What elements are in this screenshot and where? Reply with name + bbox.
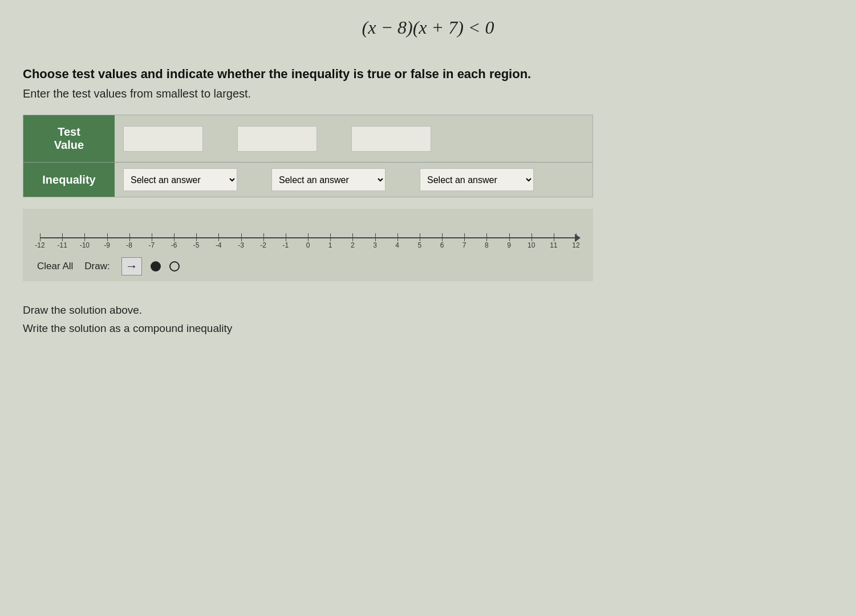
tick-label-5: 5 (417, 241, 421, 249)
draw-icons: → (121, 257, 180, 275)
equation-text: (x − 8)(x + 7) < 0 (362, 17, 494, 38)
draw-label: Draw: (84, 261, 109, 272)
inequality-select-3[interactable]: Select an answer True False (420, 168, 534, 191)
tick--8 (129, 233, 130, 241)
tick--7 (152, 233, 152, 241)
bottom-instructions: Draw the solution above. Write the solut… (23, 304, 232, 341)
tick-6 (442, 233, 443, 241)
tick-label-6: 6 (440, 241, 444, 249)
tick-label-0: 0 (306, 241, 310, 249)
tick-5 (420, 233, 420, 241)
tick-label-12: 12 (572, 241, 579, 249)
tick-label--4: -4 (216, 241, 222, 249)
tick-label-2: 2 (351, 241, 355, 249)
tick-4 (397, 233, 398, 241)
tick-label-1: 1 (328, 241, 332, 249)
tick--11 (62, 233, 63, 241)
test-value-label: TestValue (23, 115, 115, 162)
inequality-label: Inequality (23, 163, 115, 197)
open-circle-icon[interactable] (169, 261, 180, 271)
tick-label--3: -3 (238, 241, 244, 249)
inequality-row: Inequality Select an answer True False S… (23, 163, 593, 197)
answer-table: TestValue Inequality Select an answer Tr… (23, 115, 593, 197)
tick-9 (509, 233, 510, 241)
tick--4 (218, 233, 219, 241)
draw-solution-text: Draw the solution above. (23, 304, 232, 317)
tick-label-9: 9 (507, 241, 511, 249)
tick-container: (function() { const nums = [-12,-11,-10,… (40, 223, 576, 252)
tick-label--11: -11 (57, 241, 67, 249)
inequality-selects: Select an answer True False Select an an… (115, 163, 593, 197)
inequality-select-2[interactable]: Select an answer True False (271, 168, 386, 191)
tick-0 (308, 233, 309, 241)
tick-3 (375, 233, 376, 241)
tick-2 (352, 233, 353, 241)
number-line: (function() { const nums = [-12,-11,-10,… (34, 223, 582, 252)
filled-circle-icon[interactable] (151, 261, 161, 271)
inequality-select-1[interactable]: Select an answer True False (123, 168, 237, 191)
test-value-input-3[interactable] (351, 126, 431, 152)
tick-label--2: -2 (260, 241, 266, 249)
tick-label--9: -9 (104, 241, 110, 249)
tick--12 (40, 233, 40, 241)
tick-8 (486, 233, 487, 241)
tick--1 (286, 233, 286, 241)
tick-label-7: 7 (463, 241, 466, 249)
test-value-input-1[interactable] (123, 126, 203, 152)
tick-7 (464, 233, 465, 241)
tick--10 (84, 233, 85, 241)
tick-12 (576, 233, 577, 241)
tick-label--1: -1 (282, 241, 289, 249)
tick-label-8: 8 (485, 241, 489, 249)
tick-label--12: -12 (35, 241, 44, 249)
write-solution-text: Write the solution as a compound inequal… (23, 322, 232, 335)
tick-label-10: 10 (528, 241, 535, 249)
number-line-section: (function() { const nums = [-12,-11,-10,… (23, 209, 593, 281)
tick-label-3: 3 (373, 241, 377, 249)
tick--2 (263, 233, 264, 241)
tick--9 (107, 233, 108, 241)
tick-label-4: 4 (395, 241, 399, 249)
tick-11 (554, 233, 554, 241)
clear-all-button[interactable]: Clear All (37, 261, 73, 272)
test-value-row: TestValue (23, 115, 593, 163)
test-value-input-2[interactable] (237, 126, 317, 152)
tick-label--8: -8 (126, 241, 132, 249)
tick--6 (174, 233, 175, 241)
tick-label-11: 11 (550, 241, 557, 249)
tick-10 (532, 233, 532, 241)
tick-1 (330, 233, 331, 241)
tick-label--10: -10 (80, 241, 90, 249)
tick-label--5: -5 (193, 241, 200, 249)
instruction-line1: Choose test values and indicate whether … (23, 67, 531, 82)
equation-display: (x − 8)(x + 7) < 0 (23, 17, 833, 38)
tick--5 (196, 233, 197, 241)
tick-label--6: -6 (171, 241, 177, 249)
tick--3 (241, 233, 242, 241)
controls-row: Clear All Draw: → (34, 257, 582, 275)
instruction-line2: Enter the test values from smallest to l… (23, 87, 251, 100)
tick-label--7: -7 (148, 241, 155, 249)
arrow-draw-icon[interactable]: → (121, 257, 142, 275)
test-value-inputs (115, 120, 593, 157)
